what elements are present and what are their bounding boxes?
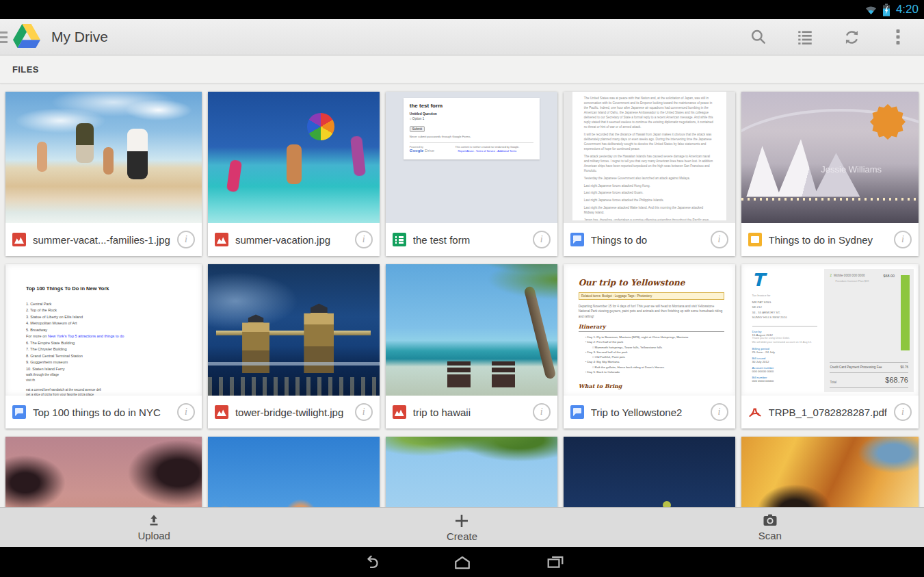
file-name: trip to hawaii bbox=[413, 407, 526, 418]
file-card[interactable]: the test form Untitled Question Option 1… bbox=[386, 92, 557, 256]
info-icon[interactable] bbox=[533, 231, 551, 248]
info-icon[interactable] bbox=[894, 403, 912, 421]
docs-file-icon bbox=[12, 405, 26, 419]
invoice-total-label: Total bbox=[830, 381, 836, 384]
search-button[interactable] bbox=[735, 21, 782, 53]
pdf-thumbnail[interactable]: T Tax Invoice for MR PAT SING SE 212 34 … bbox=[741, 264, 919, 396]
bridge-walkway bbox=[216, 331, 371, 335]
slides-file-icon bbox=[748, 233, 762, 246]
doc-line: 6. The Empire State Building bbox=[26, 340, 195, 347]
form-thumbnail[interactable]: the test form Untitled Question Option 1… bbox=[386, 92, 557, 223]
info-icon[interactable] bbox=[894, 231, 912, 248]
beach-ball bbox=[307, 113, 334, 140]
photo-figure bbox=[350, 136, 366, 177]
doc-line: 7. The Chrysler Building bbox=[26, 346, 195, 353]
docs-file-icon bbox=[570, 233, 584, 246]
info-icon[interactable] bbox=[711, 231, 728, 248]
file-card[interactable] bbox=[5, 437, 202, 508]
doc-paragraph: Departing November 15 for 4 days of fun!… bbox=[579, 304, 724, 319]
drawer-handle-icon[interactable] bbox=[0, 31, 10, 43]
file-card[interactable]: tower-bridge-twilight.jpg bbox=[208, 264, 380, 428]
file-name: Things to do bbox=[591, 234, 704, 246]
files-section-header: FILES bbox=[0, 55, 924, 84]
sync-button[interactable] bbox=[828, 21, 875, 53]
photo-credit: Jessie Williams bbox=[821, 164, 882, 175]
info-icon[interactable] bbox=[355, 403, 373, 421]
doc-line: 5. Broadway bbox=[26, 327, 195, 334]
doc-bullet: Day 4: Big Sky Montana bbox=[585, 359, 724, 364]
photo-thumbnail[interactable] bbox=[741, 437, 919, 508]
upload-icon bbox=[146, 513, 161, 528]
file-name: summer-vacation.jpg bbox=[235, 234, 348, 246]
file-card[interactable] bbox=[208, 437, 380, 508]
invoice-right-panel: 2 Mobile 0000 000 0000 $68.00 Freedom Co… bbox=[824, 269, 914, 392]
create-button[interactable]: Create bbox=[308, 508, 616, 547]
file-meta: Things to do in Sydney bbox=[741, 223, 919, 256]
invoice-value: 000 0000 00000 bbox=[752, 379, 823, 383]
doc-line: 3. Statue of Liberty on Ellis Island bbox=[26, 314, 195, 321]
photo-thumbnail[interactable] bbox=[386, 264, 557, 396]
document-preview-page: Our trip to Yellowstone Related items: B… bbox=[579, 278, 724, 389]
doc-heading: Itinerary bbox=[579, 323, 724, 332]
file-card[interactable]: trip to hawaii bbox=[386, 264, 557, 428]
photo-thumbnail[interactable] bbox=[386, 437, 557, 508]
info-icon[interactable] bbox=[533, 403, 551, 421]
file-meta: Trip to Yellowstone2 bbox=[564, 396, 735, 428]
invoice-line-amount: $68.00 bbox=[884, 274, 895, 278]
doc-bullet: Mammoth hotsprings, Tower falls, Yellows… bbox=[592, 345, 724, 350]
upload-label: Upload bbox=[137, 530, 170, 541]
file-card[interactable] bbox=[741, 437, 919, 508]
image-file-icon bbox=[393, 405, 406, 419]
photo-thumbnail[interactable] bbox=[5, 437, 202, 508]
bottom-toolbar: Upload Create Scan bbox=[0, 507, 924, 547]
file-card[interactable]: Jessie Williams Things to do in Sydney bbox=[741, 92, 919, 256]
invoice-line: Tax Invoice for bbox=[752, 294, 823, 297]
overflow-menu-button[interactable] bbox=[875, 21, 921, 53]
file-card[interactable] bbox=[386, 437, 557, 508]
info-icon[interactable] bbox=[177, 403, 195, 421]
files-label: FILES bbox=[12, 64, 39, 75]
info-icon[interactable] bbox=[355, 231, 373, 248]
recents-button[interactable] bbox=[545, 552, 566, 572]
scan-button[interactable]: Scan bbox=[616, 508, 924, 547]
image-file-icon bbox=[12, 233, 26, 246]
doc-paragraph: Last night Japanese forces attacked the … bbox=[584, 198, 715, 203]
info-icon[interactable] bbox=[711, 403, 728, 421]
photo-thumbnail[interactable] bbox=[564, 437, 735, 508]
file-card[interactable]: T Tax Invoice for MR PAT SING SE 212 34 … bbox=[741, 264, 919, 428]
photo-thumbnail[interactable] bbox=[5, 92, 202, 223]
pdf-file-icon bbox=[748, 405, 762, 419]
doc-paragraph: Last night Japanese forces attacked Hong… bbox=[584, 184, 715, 189]
home-button[interactable] bbox=[452, 552, 473, 572]
file-meta: Things to do bbox=[564, 223, 735, 256]
clock-time: 4:20 bbox=[896, 3, 919, 16]
photo-thumbnail[interactable] bbox=[208, 437, 380, 508]
photo-thumbnail[interactable] bbox=[208, 264, 380, 396]
list-view-button[interactable] bbox=[782, 21, 828, 53]
doc-paragraph: Last night the Japanese attacked Wake Is… bbox=[584, 206, 715, 216]
form-links: Report Abuse - Terms of Service - Additi… bbox=[441, 150, 533, 153]
file-card[interactable]: The United States was at peace with that… bbox=[564, 92, 735, 256]
doc-line: 9. Guggenheim museum bbox=[26, 359, 195, 366]
document-thumbnail[interactable]: Our trip to Yellowstone Related items: B… bbox=[564, 264, 735, 396]
info-icon[interactable] bbox=[177, 231, 195, 248]
upload-button[interactable]: Upload bbox=[0, 508, 308, 547]
file-name: TRPB_1_0782828287.pdf bbox=[769, 407, 887, 418]
photo-thumbnail[interactable] bbox=[208, 92, 380, 223]
photo-thumbnail[interactable]: Jessie Williams bbox=[741, 92, 919, 223]
file-card[interactable]: summer-vacat...-families-1.jpg bbox=[5, 92, 202, 256]
photo-figure bbox=[226, 159, 242, 192]
doc-bullet: Day 3: Second half of the park bbox=[585, 350, 724, 355]
status-bar: 4:20 bbox=[0, 0, 924, 19]
doc-paragraph: Japan has, therefore, undertaken a surpr… bbox=[584, 218, 715, 220]
document-thumbnail[interactable]: Top 100 Things To Do in New York 1. Cent… bbox=[5, 264, 202, 396]
doc-bullet: Raft the gallatin, Horse back riding at … bbox=[592, 365, 724, 370]
document-thumbnail[interactable]: The United States was at peace with that… bbox=[564, 92, 735, 223]
photo-figure bbox=[287, 144, 302, 184]
file-card[interactable] bbox=[564, 437, 735, 508]
back-button[interactable] bbox=[359, 552, 380, 572]
form-question: Untitled Question bbox=[410, 112, 533, 116]
file-card[interactable]: Top 100 Things To Do in New York 1. Cent… bbox=[5, 264, 202, 428]
file-card[interactable]: summer-vacation.jpg bbox=[208, 92, 380, 256]
file-card[interactable]: Our trip to Yellowstone Related items: B… bbox=[564, 264, 735, 428]
